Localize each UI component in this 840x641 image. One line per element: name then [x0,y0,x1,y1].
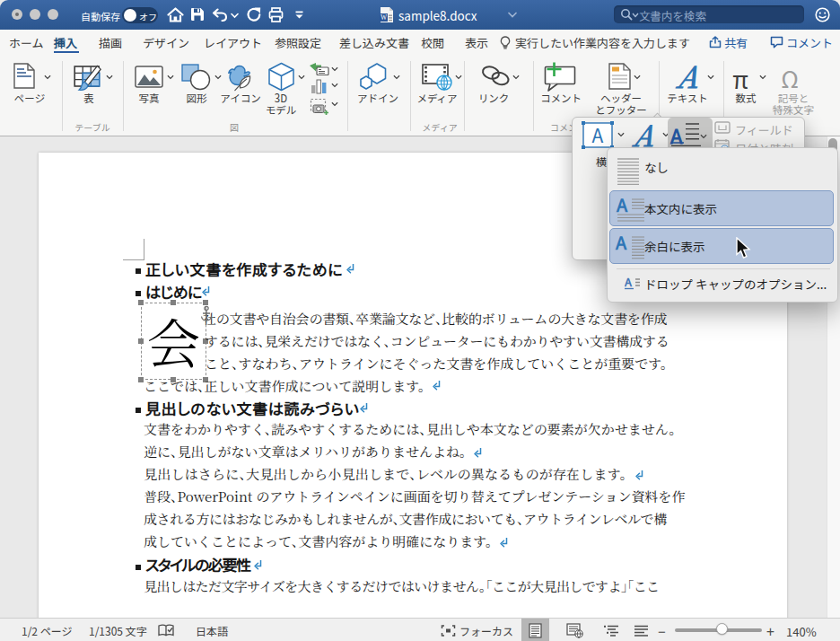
svg-text:A: A [592,121,604,148]
svg-text:A: A [625,277,633,290]
svg-text:W: W [381,12,388,22]
